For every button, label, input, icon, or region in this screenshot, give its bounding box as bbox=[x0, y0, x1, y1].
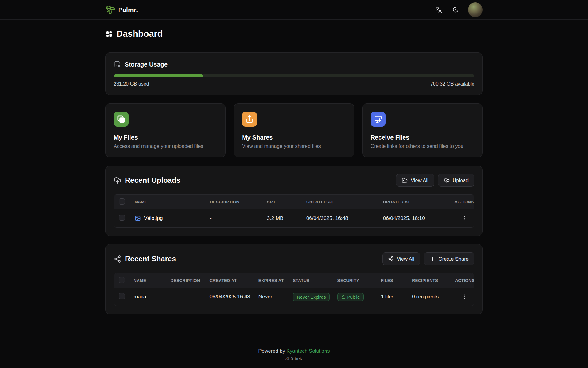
storage-used-label: 231.20 GB used bbox=[114, 81, 149, 87]
storage-progress-fill bbox=[114, 74, 203, 77]
storage-usage-title: Storage Usage bbox=[125, 61, 168, 68]
upload-file-size: 3.2 MB bbox=[262, 209, 301, 228]
shares-col-name: NAME bbox=[129, 273, 166, 288]
share-row-actions-button[interactable] bbox=[460, 293, 469, 301]
app-version: v3.0-beta bbox=[0, 356, 588, 361]
dashboard-grid-icon bbox=[105, 30, 113, 38]
page-title: Dashboard bbox=[116, 29, 163, 39]
database-gear-icon bbox=[114, 61, 121, 68]
uploads-view-all-button[interactable]: View All bbox=[396, 174, 434, 187]
receive-files-description: Create links for others to send files to… bbox=[371, 143, 474, 149]
share-description: - bbox=[166, 288, 205, 306]
my-files-title: My Files bbox=[114, 134, 217, 141]
share-status-badge: Never Expires bbox=[293, 293, 330, 301]
brand-name: Palmr. bbox=[118, 6, 138, 13]
moon-icon bbox=[452, 6, 459, 13]
share-export-icon bbox=[242, 112, 257, 127]
upload-button-label: Upload bbox=[453, 178, 469, 183]
storage-usage-card: Storage Usage 231.20 GB used 700.32 GB a… bbox=[105, 52, 483, 95]
share-nodes-icon bbox=[114, 255, 121, 263]
upload-button[interactable]: Upload bbox=[438, 174, 474, 187]
shares-col-files: FILES bbox=[376, 273, 407, 288]
cloud-upload-icon bbox=[114, 177, 121, 184]
create-share-button[interactable]: Create Share bbox=[424, 252, 474, 265]
language-icon bbox=[435, 6, 442, 13]
share-files-count: 1 files bbox=[376, 288, 407, 306]
image-file-icon bbox=[135, 215, 141, 221]
shares-col-expires: EXPIRES AT bbox=[254, 273, 288, 288]
upload-file-description: - bbox=[205, 209, 262, 228]
shares-col-security: SECURITY bbox=[333, 273, 376, 288]
uploads-col-updated: UPDATED AT bbox=[378, 195, 450, 209]
share-row-checkbox[interactable] bbox=[119, 293, 125, 299]
monitor-download-icon bbox=[371, 112, 386, 127]
my-files-description: Access and manage your uploaded files bbox=[114, 143, 217, 149]
cloud-upload-icon bbox=[444, 178, 450, 183]
recent-shares-card: Recent Shares View All bbox=[105, 244, 483, 314]
upload-file-name[interactable]: Véio.jpg bbox=[144, 215, 163, 221]
status-badge-label: Never Expires bbox=[297, 294, 326, 300]
uploads-table: NAME DESCRIPTION SIZE CREATED AT UPDATED… bbox=[114, 194, 474, 228]
uploads-col-description: DESCRIPTION bbox=[205, 195, 262, 209]
uploads-col-actions: ACTIONS bbox=[450, 195, 474, 209]
recent-uploads-card: Recent Uploads View All bbox=[105, 166, 483, 236]
storage-available-label: 700.32 GB available bbox=[430, 81, 474, 87]
uploads-col-name: NAME bbox=[130, 195, 205, 209]
shares-select-all-checkbox[interactable] bbox=[119, 277, 125, 283]
language-switcher-button[interactable] bbox=[434, 5, 443, 14]
shares-col-status: STATUS bbox=[288, 273, 332, 288]
shares-view-all-label: View All bbox=[397, 256, 414, 262]
uploads-col-created: CREATED AT bbox=[301, 195, 378, 209]
palm-tree-icon bbox=[105, 5, 115, 15]
share-created-at: 06/04/2025 16:48 bbox=[205, 288, 253, 306]
my-shares-title: My Shares bbox=[242, 134, 346, 141]
kebab-menu-icon bbox=[462, 215, 467, 221]
receive-files-title: Receive Files bbox=[371, 134, 474, 141]
shares-col-description: DESCRIPTION bbox=[166, 273, 205, 288]
share-expires-at: Never bbox=[254, 288, 288, 306]
upload-row-checkbox[interactable] bbox=[119, 215, 125, 221]
shares-col-created: CREATED AT bbox=[205, 273, 253, 288]
upload-file-created-at: 06/04/2025, 16:48 bbox=[301, 209, 378, 228]
recent-shares-title: Recent Shares bbox=[125, 255, 176, 263]
powered-by-text: Powered by bbox=[258, 348, 287, 354]
company-link[interactable]: Kyantech Solutions bbox=[286, 348, 330, 354]
theme-toggle-button[interactable] bbox=[451, 5, 460, 14]
shares-col-recipients: RECIPIENTS bbox=[407, 273, 450, 288]
share-nodes-icon bbox=[388, 256, 394, 262]
copy-files-icon bbox=[114, 112, 129, 127]
dashboard-main: Dashboard Storage Usage 231.20 GB use bbox=[105, 20, 483, 348]
plus-icon bbox=[430, 256, 435, 262]
shares-table: NAME DESCRIPTION CREATED AT EXPIRES AT S… bbox=[114, 273, 474, 306]
upload-row-actions-button[interactable] bbox=[460, 214, 469, 222]
uploads-view-all-label: View All bbox=[411, 178, 428, 183]
top-navbar: Palmr. bbox=[0, 0, 588, 20]
share-security-badge: Public bbox=[337, 293, 364, 301]
lock-open-icon bbox=[341, 295, 345, 299]
brand-logo[interactable]: Palmr. bbox=[105, 5, 138, 15]
share-name[interactable]: maca bbox=[129, 288, 166, 306]
my-files-card[interactable]: My Files Access and manage your uploaded… bbox=[105, 103, 226, 157]
kebab-menu-icon bbox=[462, 294, 467, 300]
receive-files-card[interactable]: Receive Files Create links for others to… bbox=[362, 103, 483, 157]
create-share-label: Create Share bbox=[439, 256, 469, 262]
my-shares-card[interactable]: My Shares View and manage your shared fi… bbox=[234, 103, 354, 157]
share-table-row: maca - 06/04/2025 16:48 Never Never Expi… bbox=[114, 288, 474, 306]
folder-open-icon bbox=[402, 178, 408, 183]
user-avatar[interactable] bbox=[468, 2, 483, 17]
shares-view-all-button[interactable]: View All bbox=[382, 252, 420, 265]
page-footer: Powered by Kyantech Solutions v3.0-beta bbox=[0, 348, 588, 368]
uploads-col-size: SIZE bbox=[262, 195, 301, 209]
share-recipients-count: 0 recipients bbox=[407, 288, 450, 306]
my-shares-description: View and manage your shared files bbox=[242, 143, 346, 149]
shares-col-actions: ACTIONS bbox=[450, 273, 474, 288]
uploads-select-all-checkbox[interactable] bbox=[119, 198, 125, 205]
storage-progress-bar bbox=[114, 74, 474, 77]
security-badge-label: Public bbox=[347, 294, 360, 300]
upload-table-row: Véio.jpg - 3.2 MB 06/04/2025, 16:48 06/0… bbox=[114, 209, 474, 228]
upload-file-updated-at: 06/04/2025, 18:10 bbox=[378, 209, 450, 228]
recent-uploads-title: Recent Uploads bbox=[125, 176, 180, 185]
